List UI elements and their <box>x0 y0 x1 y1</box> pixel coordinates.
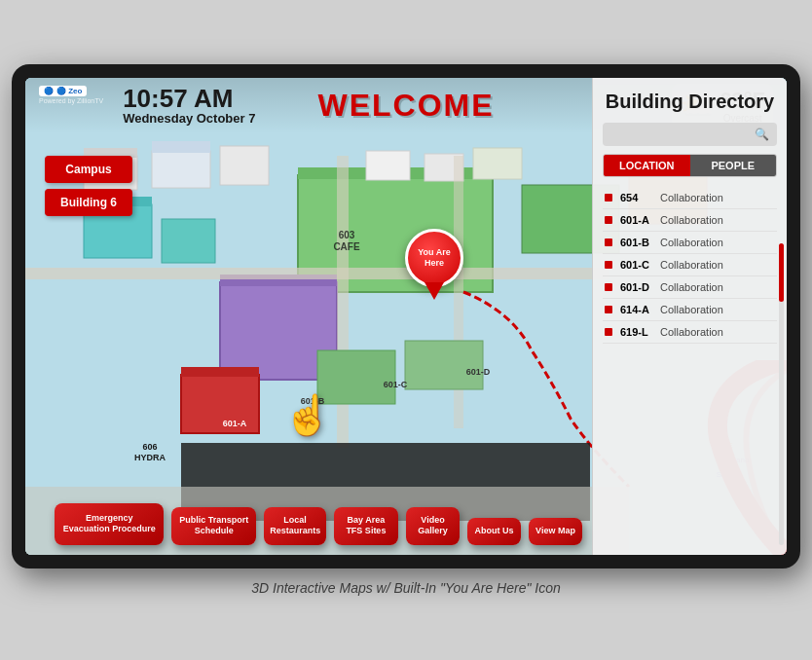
room-number: 614-A <box>620 304 654 315</box>
about-us-button[interactable]: About Us <box>467 518 521 545</box>
clock-time: 10:57 AM <box>123 86 255 111</box>
list-item[interactable]: 601-D Collaboration <box>603 276 777 299</box>
screen-bezel: 603 CAFE 606 HYDRA 606 TITO 601-A 601-B … <box>12 64 800 568</box>
restaurants-button[interactable]: Local Restaurants <box>264 507 325 545</box>
video-gallery-button[interactable]: Video Gallery <box>406 507 460 545</box>
room-name: Collaboration <box>660 192 723 203</box>
logo-brand: 🔵 🔵 Zeo <box>39 86 87 96</box>
tab-people[interactable]: PEOPLE <box>690 155 777 176</box>
room-number: 601-C <box>620 259 654 271</box>
bottom-menu: Emergency Evacuation Procedure Public Tr… <box>55 503 582 545</box>
list-item[interactable]: 601-B Collaboration <box>603 232 777 254</box>
screen-display: 603 CAFE 606 HYDRA 606 TITO 601-A 601-B … <box>25 78 787 555</box>
list-item[interactable]: 601-C Collaboration <box>603 254 777 276</box>
room-number: 601-B <box>620 237 654 248</box>
yah-text: You Are Here <box>418 247 451 269</box>
svg-rect-12 <box>162 219 215 263</box>
logo-sub: Powered by ZillionTV <box>39 97 103 104</box>
room-name: Collaboration <box>660 281 723 293</box>
svg-rect-16 <box>366 151 410 180</box>
logo-area: 🔵 🔵 Zeo Powered by ZillionTV <box>39 86 103 104</box>
list-dot <box>605 216 612 224</box>
svg-rect-4 <box>152 141 210 153</box>
list-dot <box>605 306 612 313</box>
svg-rect-23 <box>181 367 259 377</box>
tfs-sites-button[interactable]: Bay Area TFS Sites <box>334 507 398 545</box>
svg-text:603: 603 <box>339 230 355 240</box>
directory-tabs: LOCATION PEOPLE <box>603 154 777 177</box>
room-number: 619-L <box>620 326 654 338</box>
svg-text:601-A: 601-A <box>223 419 247 428</box>
room-number: 601-A <box>620 214 654 226</box>
directory-scrollbar-thumb <box>779 243 784 302</box>
list-dot <box>605 238 612 246</box>
view-map-button[interactable]: View Map <box>529 518 582 545</box>
svg-rect-22 <box>181 375 259 433</box>
room-name: Collaboration <box>660 326 723 338</box>
list-dot <box>605 328 612 336</box>
you-are-here-marker: You Are Here <box>405 229 468 302</box>
svg-text:601-B: 601-B <box>301 396 325 406</box>
svg-text:606: 606 <box>142 442 157 452</box>
svg-rect-24 <box>317 350 395 404</box>
directory-scrollbar[interactable] <box>779 243 784 545</box>
transport-button[interactable]: Public Transport Schedule <box>171 507 256 545</box>
room-name: Collaboration <box>660 214 723 226</box>
yah-pin: You Are Here <box>405 229 468 302</box>
search-icon: 🔍 <box>755 128 769 141</box>
campus-button[interactable]: Campus <box>45 156 132 183</box>
page-caption: 3D Interactive Maps w/ Built-In "You Are… <box>251 580 561 596</box>
emergency-button[interactable]: Emergency Evacuation Procedure <box>55 503 164 545</box>
list-dot <box>605 283 612 291</box>
clock-date: Wednesday October 7 <box>123 111 255 126</box>
svg-rect-3 <box>152 151 210 188</box>
svg-rect-18 <box>473 148 522 179</box>
room-name: Collaboration <box>660 304 723 315</box>
list-item[interactable]: 619-L Collaboration <box>603 321 777 344</box>
svg-rect-19 <box>25 268 609 279</box>
room-name: Collaboration <box>660 237 723 248</box>
building6-button[interactable]: Building 6 <box>45 189 132 216</box>
app-wrapper: 603 CAFE 606 HYDRA 606 TITO 601-A 601-B … <box>7 64 805 596</box>
tab-location[interactable]: LOCATION <box>604 155 690 176</box>
room-number: 654 <box>620 192 654 203</box>
nav-buttons-left: Campus Building 6 <box>45 156 132 216</box>
svg-text:601-C: 601-C <box>384 380 408 389</box>
list-item[interactable]: 654 Collaboration <box>603 187 777 209</box>
yah-circle: You Are Here <box>405 229 463 287</box>
room-number: 601-D <box>620 281 654 293</box>
directory-title: Building Directory <box>603 90 777 113</box>
svg-rect-5 <box>220 146 269 185</box>
list-item[interactable]: 614-A Collaboration <box>603 299 777 321</box>
logo-icon: 🔵 <box>44 87 54 95</box>
directory-list: 654 Collaboration 601-A Collaboration 60… <box>603 187 777 344</box>
list-dot <box>605 261 612 269</box>
room-name: Collaboration <box>660 259 723 271</box>
list-item[interactable]: 601-A Collaboration <box>603 209 777 232</box>
svg-text:HYDRA: HYDRA <box>134 453 166 462</box>
list-dot <box>605 194 612 202</box>
svg-rect-25 <box>405 341 483 389</box>
svg-text:CAFE: CAFE <box>333 241 360 252</box>
directory-search-input[interactable] <box>610 128 755 141</box>
directory-search-box[interactable]: 🔍 <box>603 123 777 146</box>
building-directory-panel: Building Directory 🔍 LOCATION PEOPLE 654… <box>592 78 787 555</box>
svg-text:601-D: 601-D <box>466 367 491 377</box>
welcome-title: WELCOME <box>317 88 494 124</box>
clock-area: 10:57 AM Wednesday October 7 <box>123 86 255 126</box>
logo-text: 🔵 Zeo <box>56 87 82 95</box>
